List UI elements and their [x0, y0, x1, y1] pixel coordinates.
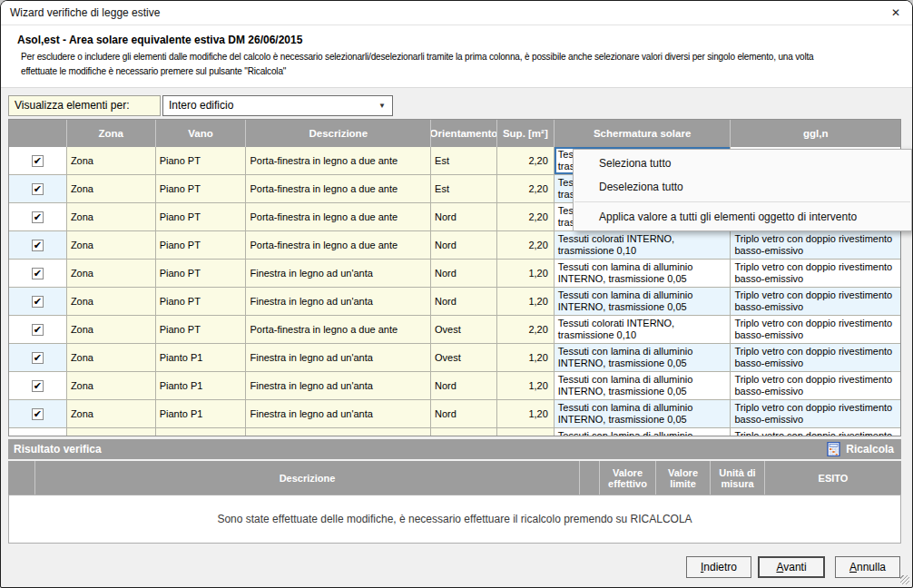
- cell-descrizione[interactable]: Porta-finestra in legno a due ante: [246, 316, 431, 344]
- checkbox-cell[interactable]: ✔: [9, 316, 67, 344]
- column-header-orientamento[interactable]: Orientamento: [431, 120, 497, 147]
- cell-zona[interactable]: Zona: [67, 400, 156, 428]
- resize-grip[interactable]: [900, 575, 909, 584]
- row-checkbox[interactable]: ✔: [32, 352, 44, 364]
- cell-zona[interactable]: Zona: [67, 316, 156, 344]
- cell-vano[interactable]: Piano PT: [156, 288, 247, 316]
- cell-vano[interactable]: Piano PT: [156, 231, 247, 260]
- menu-item-deselect-all[interactable]: Deseleziona tutto: [574, 175, 911, 199]
- column-header-schermatura[interactable]: Schermatura solare: [555, 120, 731, 147]
- cell-descrizione[interactable]: Porta-finestra in legno a due ante: [246, 203, 431, 231]
- cell-sup[interactable]: 1,20: [497, 372, 555, 400]
- menu-item-apply-to-all[interactable]: Applica valore a tutti gli elementi ogge…: [574, 205, 911, 229]
- chevron-down-icon[interactable]: ▼: [374, 97, 390, 114]
- cell-schermatura[interactable]: Tessuti colorati INTERNO, trasmissione 0…: [555, 231, 731, 260]
- cell-orientamento[interactable]: Ovest: [431, 316, 497, 344]
- cell-orientamento[interactable]: Est: [431, 175, 497, 203]
- cell-schermatura[interactable]: Tessuti colorati INTERNO, trasmissione 0…: [555, 316, 731, 344]
- checkbox-cell[interactable]: ✔: [9, 147, 67, 175]
- column-header-vano[interactable]: Vano: [156, 120, 247, 147]
- annulla-button[interactable]: Annulla: [835, 556, 900, 578]
- cell-descrizione[interactable]: Porta-finestra in legno a due ante: [246, 175, 431, 203]
- cell-vano[interactable]: Piano PT: [156, 147, 247, 175]
- row-checkbox[interactable]: ✔: [32, 183, 44, 195]
- cell-schermatura[interactable]: Tessuti con lamina di alluminio INTERNO,…: [555, 288, 731, 316]
- checkbox-cell[interactable]: ✔: [9, 175, 67, 203]
- cell-zona[interactable]: Zona: [67, 147, 156, 175]
- cell-orientamento[interactable]: Nord: [431, 231, 497, 260]
- ricalcola-button[interactable]: Ricalcola: [827, 442, 901, 456]
- column-header-select[interactable]: [9, 120, 67, 147]
- row-checkbox[interactable]: ✔: [32, 408, 44, 420]
- cell-descrizione[interactable]: Finestra in legno ad un'anta: [246, 372, 431, 400]
- cell-descrizione[interactable]: Finestra in legno ad un'anta: [246, 400, 431, 428]
- cell-vano[interactable]: [156, 428, 247, 436]
- cell-vano[interactable]: Pianto P1: [156, 344, 247, 372]
- cell-schermatura[interactable]: Tessuti con lamina di alluminio INTERNO,…: [555, 372, 731, 400]
- cell-sup[interactable]: 2,20: [497, 175, 555, 203]
- column-header-descrizione[interactable]: Descrizione: [246, 120, 431, 147]
- checkbox-cell[interactable]: ✔: [9, 203, 67, 231]
- row-checkbox[interactable]: ✔: [32, 380, 44, 392]
- cell-descrizione[interactable]: Finestra in legno ad un'anta: [246, 344, 431, 372]
- cell-sup[interactable]: 1,20: [497, 288, 555, 316]
- checkbox-cell[interactable]: ✔: [9, 372, 67, 400]
- column-header-sup[interactable]: Sup. [m²]: [497, 120, 555, 147]
- cell-descrizione[interactable]: Finestra in legno ad un'anta: [246, 288, 431, 316]
- view-by-dropdown[interactable]: Intero edificio ▼: [162, 95, 393, 116]
- cell-zona[interactable]: Zona: [67, 203, 156, 231]
- checkbox-cell[interactable]: [9, 428, 67, 436]
- cell-ggl[interactable]: Triplo vetro con doppio rivestimento bas…: [731, 400, 900, 428]
- checkbox-cell[interactable]: ✔: [9, 344, 67, 372]
- cell-descrizione[interactable]: Porta-finestra in legno a due ante: [246, 147, 431, 175]
- cell-vano[interactable]: Piano PT: [156, 316, 247, 344]
- cell-orientamento[interactable]: Nord: [431, 288, 497, 316]
- cell-ggl[interactable]: Triplo vetro con doppio rivestimento bas…: [731, 288, 900, 316]
- cell-sup[interactable]: 1,20: [497, 344, 555, 372]
- row-checkbox[interactable]: ✔: [32, 296, 44, 308]
- cell-orientamento[interactable]: Nord: [431, 372, 497, 400]
- cell-ggl[interactable]: Triplo vetro con doppio rivestimento bas…: [731, 260, 900, 288]
- column-header-zona[interactable]: Zona: [67, 120, 156, 147]
- cell-zona[interactable]: Zona: [67, 288, 156, 316]
- cell-sup[interactable]: 2,20: [497, 316, 555, 344]
- cell-ggl[interactable]: Triplo vetro con doppio rivestimento bas…: [731, 428, 900, 436]
- row-checkbox[interactable]: ✔: [32, 211, 44, 223]
- cell-zona[interactable]: Zona: [67, 231, 156, 260]
- cell-sup[interactable]: 2,20: [497, 231, 555, 260]
- cell-sup[interactable]: 2,20: [497, 203, 555, 231]
- cell-schermatura[interactable]: Tessuti con lamina di alluminio INTERNO,…: [555, 400, 731, 428]
- checkbox-cell[interactable]: ✔: [9, 400, 67, 428]
- cell-orientamento[interactable]: Nord: [431, 260, 497, 288]
- cell-vano[interactable]: Pianto P1: [156, 372, 247, 400]
- cell-zona[interactable]: Zona: [67, 344, 156, 372]
- menu-item-select-all[interactable]: Seleziona tutto: [574, 152, 911, 175]
- checkbox-cell[interactable]: ✔: [9, 231, 67, 260]
- cell-vano[interactable]: Piano PT: [156, 260, 247, 288]
- cell-sup[interactable]: [497, 428, 555, 436]
- cell-vano[interactable]: Piano PT: [156, 175, 247, 203]
- cell-sup[interactable]: 1,20: [497, 400, 555, 428]
- cell-vano[interactable]: Piano PT: [156, 203, 247, 231]
- cell-zona[interactable]: [67, 428, 156, 436]
- cell-schermatura[interactable]: Tessuti con lamina di alluminio INTERNO,…: [555, 428, 731, 436]
- cell-descrizione[interactable]: Porta-finestra in legno a due ante: [246, 231, 431, 260]
- cell-schermatura[interactable]: Tessuti con lamina di alluminio INTERNO,…: [555, 344, 731, 372]
- cell-zona[interactable]: Zona: [67, 372, 156, 400]
- row-checkbox[interactable]: ✔: [32, 240, 44, 251]
- cell-vano[interactable]: Pianto P1: [156, 400, 247, 428]
- avanti-button[interactable]: Avanti: [758, 556, 825, 578]
- row-checkbox[interactable]: ✔: [32, 155, 44, 167]
- cell-orientamento[interactable]: [431, 428, 497, 436]
- column-header-ggl[interactable]: ggl,n: [731, 120, 900, 147]
- cell-zona[interactable]: Zona: [67, 175, 156, 203]
- row-checkbox[interactable]: ✔: [32, 324, 44, 336]
- cell-orientamento[interactable]: Nord: [431, 203, 497, 231]
- cell-descrizione[interactable]: [246, 428, 431, 436]
- row-checkbox[interactable]: ✔: [32, 268, 44, 279]
- cell-ggl[interactable]: Triplo vetro con doppio rivestimento bas…: [731, 344, 900, 372]
- cell-schermatura[interactable]: Tessuti con lamina di alluminio INTERNO,…: [555, 260, 731, 288]
- checkbox-cell[interactable]: ✔: [9, 288, 67, 316]
- cell-ggl[interactable]: Triplo vetro con doppio rivestimento bas…: [731, 372, 900, 400]
- cell-orientamento[interactable]: Ovest: [431, 344, 497, 372]
